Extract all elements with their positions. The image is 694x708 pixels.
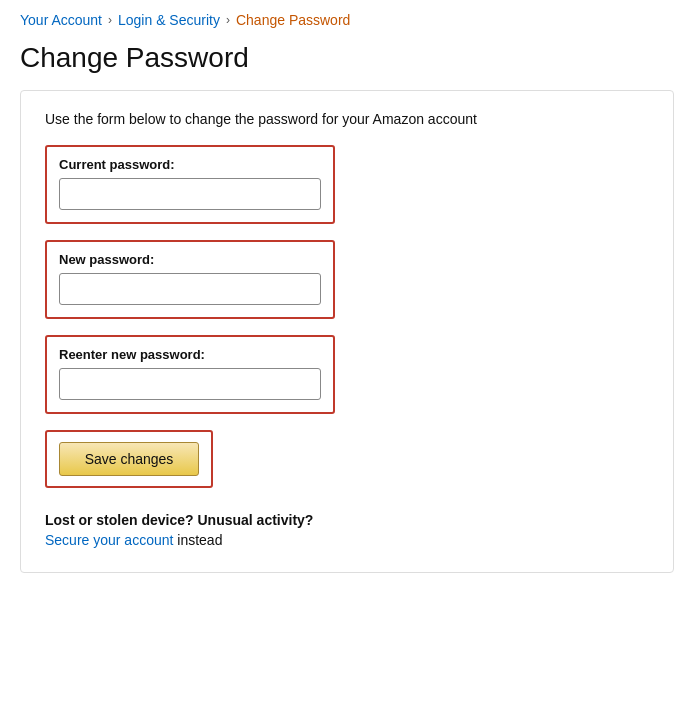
security-notice: Lost or stolen device? Unusual activity?…: [45, 512, 649, 548]
breadcrumb-current-page: Change Password: [236, 12, 350, 28]
new-password-label: New password:: [59, 252, 321, 267]
security-notice-suffix: instead: [173, 532, 222, 548]
secure-account-link[interactable]: Secure your account: [45, 532, 173, 548]
form-container: Use the form below to change the passwor…: [20, 90, 674, 573]
breadcrumb: Your Account › Login & Security › Change…: [20, 12, 674, 28]
reenter-password-input[interactable]: [59, 368, 321, 400]
new-password-field-group: New password:: [45, 240, 335, 319]
save-button-group: Save changes: [45, 430, 213, 488]
current-password-input[interactable]: [59, 178, 321, 210]
current-password-label: Current password:: [59, 157, 321, 172]
breadcrumb-your-account[interactable]: Your Account: [20, 12, 102, 28]
current-password-field-group: Current password:: [45, 145, 335, 224]
new-password-input[interactable]: [59, 273, 321, 305]
breadcrumb-separator-1: ›: [108, 13, 112, 27]
security-notice-title: Lost or stolen device? Unusual activity?: [45, 512, 649, 528]
save-changes-button[interactable]: Save changes: [59, 442, 199, 476]
breadcrumb-separator-2: ›: [226, 13, 230, 27]
breadcrumb-login-security[interactable]: Login & Security: [118, 12, 220, 28]
security-notice-text: Secure your account instead: [45, 532, 649, 548]
page-title: Change Password: [20, 42, 674, 74]
form-description: Use the form below to change the passwor…: [45, 111, 649, 127]
reenter-password-field-group: Reenter new password:: [45, 335, 335, 414]
reenter-password-label: Reenter new password:: [59, 347, 321, 362]
